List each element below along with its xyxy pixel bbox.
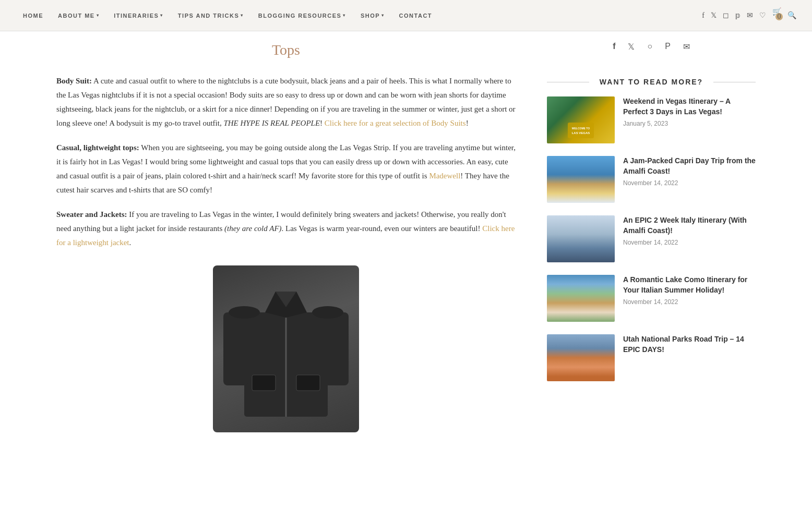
nav-item-shop[interactable]: SHOP ▾ bbox=[353, 13, 392, 19]
bodysuit-link[interactable]: Click here for a great selection of Body… bbox=[325, 119, 466, 127]
nav-item-tips[interactable]: TIPS AND TRICKS ▾ bbox=[171, 13, 251, 19]
nav-social-icons: f 𝕏 ◻ 𝕡 ✉ ♡ 🛒 0 🔍 bbox=[702, 7, 796, 23]
chevron-down-icon: ▾ bbox=[343, 13, 346, 18]
sidebar-post-img-capri bbox=[547, 156, 615, 203]
content-section: Body Suit: A cute and casual outfit to w… bbox=[56, 74, 516, 250]
nav-item-home[interactable]: HOME bbox=[16, 13, 51, 19]
nav-item-blogging[interactable]: BLOGGING RESOURCES ▾ bbox=[251, 13, 353, 19]
sidebar-post-img-utah bbox=[547, 334, 615, 381]
capri-image bbox=[547, 156, 615, 203]
sidebar-facebook-icon[interactable]: f bbox=[613, 42, 615, 52]
nav-link-shop[interactable]: SHOP ▾ bbox=[353, 13, 392, 19]
svg-rect-5 bbox=[252, 375, 276, 391]
nav-link-about[interactable]: ABOUT ME ▾ bbox=[51, 13, 106, 19]
bodysuit-label: Body Suit: bbox=[56, 77, 92, 85]
como-image bbox=[547, 275, 615, 322]
cart-icon[interactable]: 🛒 0 bbox=[772, 7, 781, 23]
sidebar-instagram-icon[interactable]: ○ bbox=[647, 42, 652, 52]
main-content: Tops Body Suit: A cute and casual outfit… bbox=[56, 42, 516, 432]
sidebar-post-info-utah: Utah National Parks Road Trip – 14 EPIC … bbox=[623, 334, 756, 358]
sidebar-post-vegas[interactable]: WELCOME TO LAS VEGAS Weekend in Vegas It… bbox=[547, 96, 756, 143]
chevron-down-icon: ▾ bbox=[160, 13, 163, 18]
sidebar-post-title-vegas[interactable]: Weekend in Vegas Itinerary – A Perfect 3… bbox=[623, 96, 756, 117]
sidebar-post-info-italy: An EPIC 2 Week Italy Itinerary (With Ama… bbox=[623, 215, 756, 246]
sidebar-twitter-icon[interactable]: 𝕏 bbox=[628, 42, 635, 52]
pinterest-icon[interactable]: 𝕡 bbox=[735, 11, 741, 20]
page-wrapper: Tops Body Suit: A cute and casual outfit… bbox=[41, 31, 771, 443]
want-more-heading: WANT TO READ MORE? bbox=[547, 78, 756, 86]
sweater-label: Sweater and Jackets: bbox=[56, 210, 127, 219]
bodysuit-italic: THE HYPE IS REAL PEOPLE bbox=[223, 119, 320, 127]
sidebar-post-date-vegas: January 5, 2023 bbox=[623, 120, 756, 127]
sidebar-post-italy[interactable]: An EPIC 2 Week Italy Itinerary (With Ama… bbox=[547, 215, 756, 262]
email-icon[interactable]: ✉ bbox=[747, 11, 753, 20]
page-title: Tops bbox=[56, 42, 516, 58]
jacket-svg bbox=[223, 271, 349, 427]
bodysuit-after: ! bbox=[466, 119, 469, 127]
jacket-image bbox=[213, 265, 359, 432]
madewell-link[interactable]: Madewell bbox=[429, 172, 460, 180]
svg-rect-3 bbox=[223, 312, 248, 385]
sidebar-pinterest-icon[interactable]: P bbox=[665, 42, 671, 52]
nav-item-about[interactable]: ABOUT ME ▾ bbox=[51, 13, 106, 19]
sidebar-post-info-como: A Romantic Lake Como Itinerary for Your … bbox=[623, 275, 756, 306]
sidebar-post-img-italy bbox=[547, 215, 615, 262]
bodysuit-paragraph: Body Suit: A cute and casual outfit to w… bbox=[56, 74, 516, 130]
nav-link-blogging[interactable]: BLOGGING RESOURCES ▾ bbox=[251, 13, 353, 19]
sidebar-post-como[interactable]: A Romantic Lake Como Itinerary for Your … bbox=[547, 275, 756, 322]
casual-tops-label: Casual, lightweight tops: bbox=[56, 143, 139, 152]
search-icon[interactable]: 🔍 bbox=[787, 11, 796, 20]
nav-link-contact[interactable]: CONTACT bbox=[392, 13, 439, 19]
svg-text:LAS VEGAS: LAS VEGAS bbox=[572, 131, 590, 135]
chevron-down-icon: ▾ bbox=[97, 13, 100, 18]
vegas-sign-icon: WELCOME TO LAS VEGAS bbox=[565, 120, 596, 141]
sidebar-email-icon[interactable]: ✉ bbox=[683, 42, 690, 52]
nav-link-itineraries[interactable]: ITINERARIES ▾ bbox=[106, 13, 171, 19]
utah-image bbox=[547, 334, 615, 381]
nav-link-home[interactable]: HOME bbox=[16, 13, 51, 19]
heart-icon[interactable]: ♡ bbox=[759, 11, 766, 20]
chevron-down-icon: ▾ bbox=[381, 13, 385, 18]
sidebar-post-title-capri[interactable]: A Jam-Packed Capri Day Trip from the Ama… bbox=[623, 156, 756, 176]
sidebar-social-icons: f 𝕏 ○ P ✉ bbox=[547, 42, 756, 57]
sidebar-post-title-italy[interactable]: An EPIC 2 Week Italy Itinerary (With Ama… bbox=[623, 215, 756, 236]
want-more-text: WANT TO READ MORE? bbox=[600, 78, 703, 86]
nav-item-itineraries[interactable]: ITINERARIES ▾ bbox=[106, 13, 171, 19]
casual-tops-paragraph: Casual, lightweight tops: When you are s… bbox=[56, 141, 516, 197]
sweater-after2: . Las Vegas is warm year-round, even our… bbox=[282, 224, 483, 233]
nav-links: HOME ABOUT ME ▾ ITINERARIES ▾ TIPS AND T… bbox=[16, 13, 439, 19]
instagram-icon[interactable]: ◻ bbox=[723, 11, 729, 20]
sidebar-post-img-como bbox=[547, 275, 615, 322]
nav-link-tips[interactable]: TIPS AND TRICKS ▾ bbox=[171, 13, 251, 19]
sidebar-post-info-capri: A Jam-Packed Capri Day Trip from the Ama… bbox=[623, 156, 756, 187]
sidebar-post-title-utah[interactable]: Utah National Parks Road Trip – 14 EPIC … bbox=[623, 334, 756, 355]
sidebar-post-date-capri: November 14, 2022 bbox=[623, 179, 756, 187]
sidebar-post-img-vegas: WELCOME TO LAS VEGAS bbox=[547, 96, 615, 143]
sidebar-post-capri[interactable]: A Jam-Packed Capri Day Trip from the Ama… bbox=[547, 156, 756, 203]
twitter-icon[interactable]: 𝕏 bbox=[711, 11, 717, 20]
cart-badge: 0 bbox=[775, 13, 783, 20]
sidebar-post-date-italy: November 14, 2022 bbox=[623, 239, 756, 246]
facebook-icon[interactable]: f bbox=[702, 11, 704, 20]
svg-rect-10 bbox=[568, 123, 594, 138]
svg-point-8 bbox=[229, 306, 260, 319]
sidebar-post-title-como[interactable]: A Romantic Lake Como Itinerary for Your … bbox=[623, 275, 756, 295]
svg-point-9 bbox=[312, 306, 343, 319]
vegas-image: WELCOME TO LAS VEGAS bbox=[547, 96, 615, 143]
svg-text:WELCOME TO: WELCOME TO bbox=[572, 127, 590, 130]
sidebar-post-info-vegas: Weekend in Vegas Itinerary – A Perfect 3… bbox=[623, 96, 756, 127]
sweater-paragraph: Sweater and Jackets: If you are travelin… bbox=[56, 208, 516, 250]
sidebar-post-utah[interactable]: Utah National Parks Road Trip – 14 EPIC … bbox=[547, 334, 756, 381]
sidebar-post-date-como: November 14, 2022 bbox=[623, 298, 756, 306]
svg-rect-4 bbox=[324, 312, 349, 385]
chevron-down-icon: ▾ bbox=[241, 13, 244, 18]
italy-image bbox=[547, 215, 615, 262]
sweater-end: . bbox=[129, 238, 132, 247]
nav-item-contact[interactable]: CONTACT bbox=[392, 13, 439, 19]
sweater-italic: (they are cold AF) bbox=[224, 224, 282, 233]
main-nav: HOME ABOUT ME ▾ ITINERARIES ▾ TIPS AND T… bbox=[0, 0, 812, 31]
svg-rect-6 bbox=[296, 375, 320, 391]
sidebar: f 𝕏 ○ P ✉ WANT TO READ MORE? WELCOME TO … bbox=[547, 42, 756, 432]
jacket-image-wrapper bbox=[56, 265, 516, 432]
